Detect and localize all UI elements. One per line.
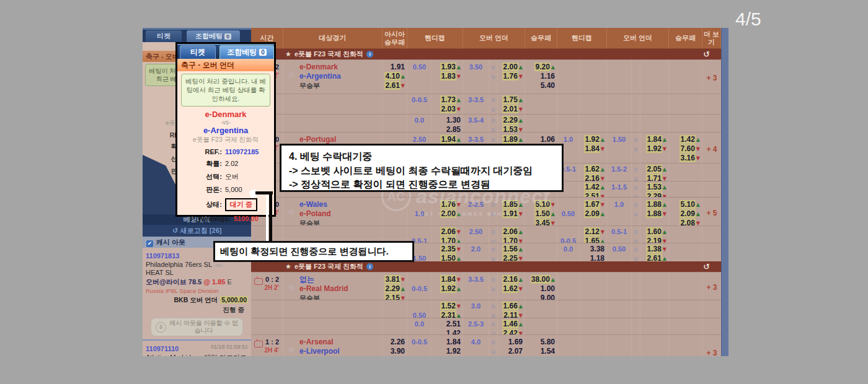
odds-cell[interactable]: 2.29▲	[498, 116, 525, 125]
odds-cell[interactable]: 5.40	[525, 81, 557, 90]
league-star-icon[interactable]: ★	[285, 263, 291, 271]
odds-cell[interactable]: 2.85	[432, 125, 463, 132]
odds-cell[interactable]: 1.84▼	[580, 144, 606, 154]
bet-id[interactable]: 110971110	[146, 345, 179, 352]
odds-cell[interactable]: 1.92	[432, 347, 463, 356]
odds-cell[interactable]: 2.16▼	[580, 174, 606, 181]
odds-cell[interactable]: 2.11▼	[498, 311, 525, 318]
odds-cell[interactable]: 1.76▼	[498, 72, 525, 81]
odds-cell[interactable]: 2.00▲	[498, 63, 525, 72]
odds-cell[interactable]: 1.62▲	[580, 165, 606, 174]
odds-cell[interactable]: 1.52▼	[432, 302, 463, 311]
odds-cell[interactable]: 2.61▼	[383, 81, 407, 90]
odds-cell[interactable]: 1.42	[432, 329, 463, 334]
more-bets-link[interactable]: + 3	[702, 273, 721, 300]
odds-cell[interactable]: 1.53▲	[640, 183, 668, 192]
odds-cell[interactable]: 2.26	[383, 338, 407, 347]
odds-cell[interactable]: 2.29▲	[383, 284, 407, 294]
table-scrollbar[interactable]	[721, 28, 728, 356]
odds-cell[interactable]: 2.31▲	[432, 311, 463, 318]
bet-id[interactable]: 110971813	[146, 252, 179, 260]
odds-cell[interactable]: 2.01▼	[498, 105, 525, 114]
cashout-disabled-button[interactable]: $캐시 아웃을 이용할 수 없습니다	[151, 318, 243, 336]
odds-cell[interactable]: 38.00▲	[525, 275, 557, 284]
more-bets-link[interactable]: + 5	[702, 198, 721, 225]
odds-cell[interactable]: 1.00	[525, 284, 557, 294]
odds-cell[interactable]: 2.00▲	[432, 209, 463, 219]
odds-cell[interactable]: 1.66▲	[498, 302, 525, 311]
odds-cell[interactable]: 1.73▲	[432, 95, 463, 105]
odds-cell[interactable]: 1.30	[432, 116, 463, 125]
more-bets-link[interactable]: + 3	[702, 335, 721, 356]
odds-cell[interactable]: 1.84▲	[640, 135, 668, 144]
odds-cell[interactable]: 2.51	[432, 320, 463, 329]
odds-cell[interactable]: 9.00	[525, 294, 557, 300]
odds-cell[interactable]: 5.10▲	[669, 200, 702, 209]
odds-cell[interactable]: 1.84▼	[432, 275, 463, 284]
odds-cell[interactable]: 3.38	[580, 245, 606, 254]
odds-cell[interactable]: 1.60▲	[640, 227, 668, 237]
odds-cell[interactable]: 1.75▲	[498, 95, 525, 105]
odds-cell[interactable]: 1.70▲	[432, 237, 463, 243]
odds-cell[interactable]: 2.42▼	[498, 329, 525, 334]
odds-cell[interactable]: 1.89▲	[498, 135, 525, 144]
favorite-star-icon[interactable]: ☆	[288, 282, 295, 292]
league-info-icon[interactable]: i	[366, 51, 373, 58]
odds-cell[interactable]: 3.90	[383, 347, 407, 356]
league-refresh-icon[interactable]: ↻	[703, 261, 710, 272]
odds-cell[interactable]: 1.91	[383, 63, 407, 72]
odds-cell[interactable]: 1.85▲	[498, 200, 525, 209]
odds-cell[interactable]: 2.06▼	[432, 227, 463, 237]
odds-cell[interactable]: 1.42▲	[580, 183, 606, 192]
odds-cell[interactable]: 4.10▲	[383, 72, 407, 81]
odds-cell[interactable]: 3.81▼	[383, 275, 407, 284]
checkbox-checked-icon[interactable]: ✔	[146, 240, 153, 247]
odds-cell[interactable]: 1.56▲	[498, 245, 525, 254]
odds-cell[interactable]: 1.65▲	[580, 237, 606, 243]
tab-ticket[interactable]: 티켓	[146, 30, 182, 42]
odds-cell[interactable]: 2.09▲	[669, 209, 702, 219]
odds-cell[interactable]: 2.07	[498, 347, 525, 356]
odds-cell[interactable]: 1.88▼	[640, 209, 668, 219]
odds-cell[interactable]: 2.51▼	[580, 192, 606, 197]
odds-cell[interactable]: 1.53▼	[498, 125, 525, 132]
odds-cell[interactable]: 1.69	[498, 338, 525, 347]
odds-cell[interactable]: 2.06▲	[498, 227, 525, 237]
odds-cell[interactable]: 1.67▼	[580, 200, 606, 209]
odds-cell[interactable]: 5.80	[525, 338, 557, 347]
odds-cell[interactable]: 2.09▲	[580, 209, 606, 219]
odds-cell[interactable]: 1.93▲	[432, 63, 463, 72]
more-bets-link[interactable]: + 4	[702, 133, 721, 163]
odds-cell[interactable]: 1.94▲	[432, 135, 463, 144]
odds-cell[interactable]: 1.76▼	[432, 200, 463, 209]
odds-cell[interactable]: 1.92▲	[432, 284, 463, 294]
odds-cell[interactable]: 1.88▲	[640, 200, 668, 209]
more-bets-link[interactable]: + 3	[702, 60, 721, 94]
odds-cell[interactable]: 1.70▼	[498, 237, 525, 243]
odds-cell[interactable]: 1.16	[525, 72, 557, 81]
odds-cell[interactable]: 1.84	[432, 338, 463, 347]
odds-cell[interactable]: 3.45▼	[525, 219, 557, 225]
odds-cell[interactable]: 9.20▲	[525, 63, 557, 72]
favorite-star-icon[interactable]: ☆	[288, 70, 295, 79]
tab-combo-bet[interactable]: 조합베팅0	[219, 45, 274, 59]
odds-cell[interactable]: 2.35▼	[432, 245, 463, 254]
odds-cell[interactable]: 2.15▼	[383, 294, 407, 300]
odds-cell[interactable]: 1.46▲	[498, 320, 525, 329]
odds-cell[interactable]: 1.50▲	[432, 254, 463, 261]
odds-cell[interactable]: 1.42▲	[669, 135, 702, 144]
odds-cell[interactable]: 1.18	[580, 254, 606, 261]
favorite-star-icon[interactable]: ☆	[288, 345, 295, 354]
odds-cell[interactable]: 1.62▼	[498, 284, 525, 294]
odds-cell[interactable]: 1.92▼	[640, 144, 668, 154]
league-refresh-icon[interactable]: ↻	[703, 49, 710, 59]
tab-combo-bet[interactable]: 조합베팅0	[187, 30, 240, 42]
odds-cell[interactable]: 2.19▼	[640, 237, 668, 243]
odds-cell[interactable]: 2.61▲	[640, 254, 668, 261]
odds-cell[interactable]: 1.38▼	[640, 245, 668, 254]
odds-cell[interactable]: 2.16▲	[498, 275, 525, 284]
refresh-button[interactable]: ↻새로고침 [26]	[143, 225, 251, 237]
odds-cell[interactable]: 1.50▲	[525, 209, 557, 219]
favorite-star-icon[interactable]: ☆	[288, 207, 295, 217]
odds-cell[interactable]: 3.16▼	[669, 154, 702, 163]
